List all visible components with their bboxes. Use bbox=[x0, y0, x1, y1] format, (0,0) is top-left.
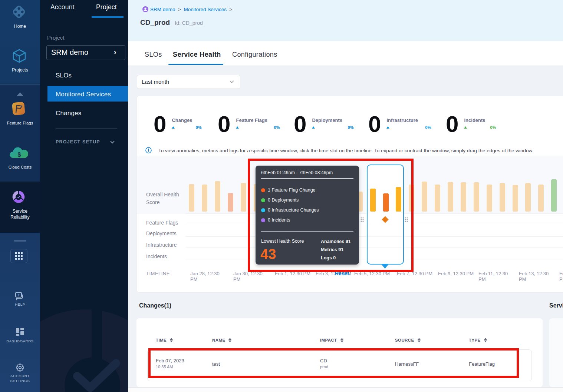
svg-text:?: ? bbox=[17, 293, 19, 297]
svg-text:$: $ bbox=[18, 152, 21, 158]
